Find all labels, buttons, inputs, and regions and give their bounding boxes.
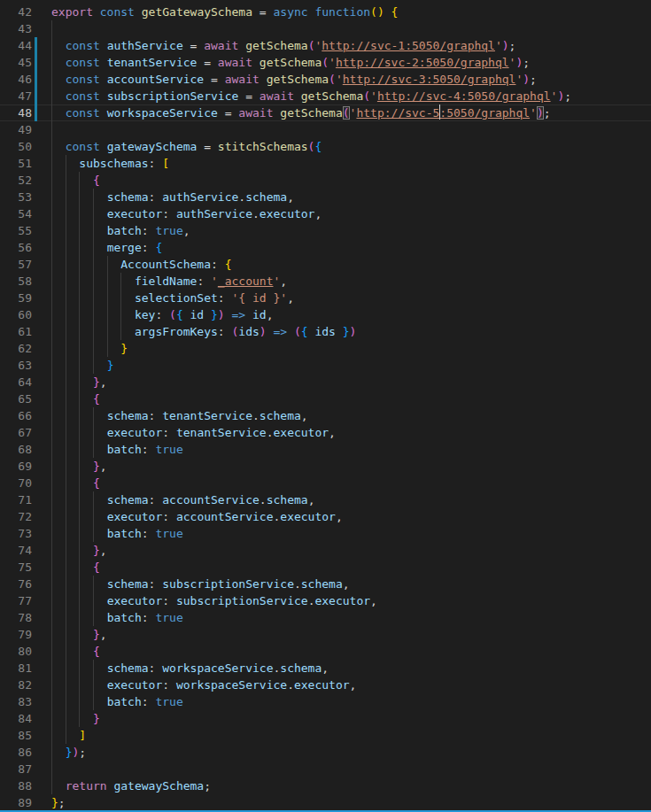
line-number[interactable]: 82 [0, 677, 32, 693]
code-line[interactable]: 56 merge: { [0, 239, 651, 256]
code-token: accountService [162, 493, 260, 507]
code-line[interactable]: 54 executor: authService.executor, [0, 205, 651, 222]
line-number[interactable]: 75 [0, 559, 32, 576]
code-line[interactable]: 52 { [0, 172, 651, 189]
line-number[interactable]: 87 [0, 761, 32, 777]
code-line[interactable]: 81 schema: workspaceService.schema, [0, 660, 651, 677]
code-line[interactable]: 85 ] [0, 727, 651, 744]
code-line[interactable]: 77 executor: subscriptionService.executo… [0, 592, 651, 609]
line-number[interactable]: 51 [0, 155, 32, 172]
line-number[interactable]: 73 [0, 525, 32, 542]
line-number[interactable]: 76 [0, 576, 32, 592]
code-line[interactable]: 83 batch: true [0, 693, 651, 710]
line-number[interactable]: 85 [0, 727, 32, 744]
line-number[interactable]: 58 [0, 273, 32, 290]
line-number[interactable]: 77 [0, 592, 32, 609]
code-line[interactable]: 74 }, [0, 542, 651, 559]
line-number[interactable]: 49 [0, 121, 32, 138]
line-number[interactable]: 83 [0, 693, 32, 710]
code-line[interactable]: 67 executor: tenantService.executor, [0, 424, 651, 441]
code-line[interactable]: 58 fieldName: '_account', [0, 273, 651, 290]
code-line[interactable]: 80 { [0, 643, 651, 660]
code-line[interactable]: 84 } [0, 710, 651, 727]
code-line[interactable]: 57 AccountSchema: { [0, 256, 651, 273]
code-line[interactable]: 63 } [0, 357, 651, 374]
code-line[interactable]: 65 { [0, 391, 651, 407]
line-number[interactable]: 43 [0, 20, 32, 37]
line-number[interactable]: 84 [0, 710, 32, 727]
line-number[interactable]: 86 [0, 744, 32, 761]
code-token: await [218, 56, 252, 69]
code-line[interactable]: 71 schema: accountService.schema, [0, 491, 651, 508]
line-number[interactable]: 70 [0, 475, 32, 491]
line-number[interactable]: 46 [0, 71, 32, 88]
code-line[interactable]: 46 const accountService = await getSchem… [0, 71, 651, 88]
line-number[interactable]: 79 [0, 626, 32, 643]
line-number[interactable]: 65 [0, 391, 32, 407]
code-line[interactable]: 45 const tenantService = await getSchema… [0, 54, 651, 71]
code-line[interactable]: 88 return gatewaySchema; [0, 777, 651, 794]
code-line[interactable]: 51 subschemas: [ [0, 155, 651, 172]
code-line[interactable]: 43 [0, 20, 651, 37]
code-line[interactable]: 44 const authService = await getSchema('… [0, 37, 651, 54]
code-line[interactable]: 66 schema: tenantService.schema, [0, 407, 651, 424]
code-line[interactable]: 59 selectionSet: '{ id }', [0, 290, 651, 306]
line-number[interactable]: 66 [0, 407, 32, 424]
line-number[interactable]: 48 [0, 104, 32, 121]
code-line[interactable]: 86 }); [0, 744, 651, 761]
line-number[interactable]: 59 [0, 290, 32, 306]
line-number[interactable]: 57 [0, 256, 32, 273]
code-line[interactable]: 70 { [0, 475, 651, 491]
line-number[interactable]: 60 [0, 306, 32, 323]
code-line[interactable]: 48 const workspaceService = await getSch… [0, 104, 651, 121]
line-number[interactable]: 64 [0, 374, 32, 391]
line-number[interactable]: 55 [0, 222, 32, 239]
code-line[interactable]: 89}; [0, 794, 651, 811]
code-line[interactable]: 47 const subscriptionService = await get… [0, 88, 651, 104]
line-number[interactable]: 45 [0, 54, 32, 71]
line-number[interactable]: 68 [0, 441, 32, 458]
code-line[interactable]: 42export const getGatewaySchema = async … [0, 4, 651, 20]
line-number[interactable]: 42 [0, 4, 32, 20]
code-line[interactable]: 73 batch: true [0, 525, 651, 542]
code-line[interactable]: 69 }, [0, 458, 651, 475]
code-line[interactable]: 76 schema: subscriptionService.schema, [0, 576, 651, 592]
line-number[interactable]: 50 [0, 138, 32, 155]
line-number[interactable]: 69 [0, 458, 32, 475]
line-number[interactable]: 61 [0, 323, 32, 340]
line-number[interactable]: 88 [0, 777, 32, 794]
line-number[interactable]: 47 [0, 88, 32, 104]
code-line[interactable]: 64 }, [0, 374, 651, 391]
line-number[interactable]: 67 [0, 424, 32, 441]
line-number[interactable]: 56 [0, 239, 32, 256]
code-line[interactable]: 82 executor: workspaceService.executor, [0, 677, 651, 693]
line-number[interactable]: 89 [0, 794, 32, 811]
code-line[interactable]: 60 key: ({ id }) => id, [0, 306, 651, 323]
line-number[interactable]: 44 [0, 37, 32, 54]
code-line[interactable]: 62 } [0, 340, 651, 357]
line-number[interactable]: 74 [0, 542, 32, 559]
code-line[interactable]: 53 schema: authService.schema, [0, 189, 651, 205]
code-line[interactable]: 61 argsFromKeys: (ids) => ({ ids }) [0, 323, 651, 340]
line-number[interactable]: 80 [0, 643, 32, 660]
line-number[interactable]: 54 [0, 205, 32, 222]
code-line[interactable]: 68 batch: true [0, 441, 651, 458]
code-text: ] [51, 727, 86, 744]
code-line[interactable]: 87 [0, 761, 651, 777]
code-editor[interactable]: 42export const getGatewaySchema = async … [0, 0, 651, 812]
line-number[interactable]: 62 [0, 340, 32, 357]
line-number[interactable]: 53 [0, 189, 32, 205]
code-line[interactable]: 79 }, [0, 626, 651, 643]
code-line[interactable]: 49 [0, 121, 651, 138]
line-number[interactable]: 78 [0, 609, 32, 626]
code-line[interactable]: 50 const gatewaySchema = stitchSchemas({ [0, 138, 651, 155]
code-line[interactable]: 75 { [0, 559, 651, 576]
line-number[interactable]: 52 [0, 172, 32, 189]
line-number[interactable]: 71 [0, 491, 32, 508]
code-line[interactable]: 78 batch: true [0, 609, 651, 626]
line-number[interactable]: 81 [0, 660, 32, 677]
code-line[interactable]: 72 executor: accountService.executor, [0, 508, 651, 525]
code-line[interactable]: 55 batch: true, [0, 222, 651, 239]
line-number[interactable]: 72 [0, 508, 32, 525]
line-number[interactable]: 63 [0, 357, 32, 374]
